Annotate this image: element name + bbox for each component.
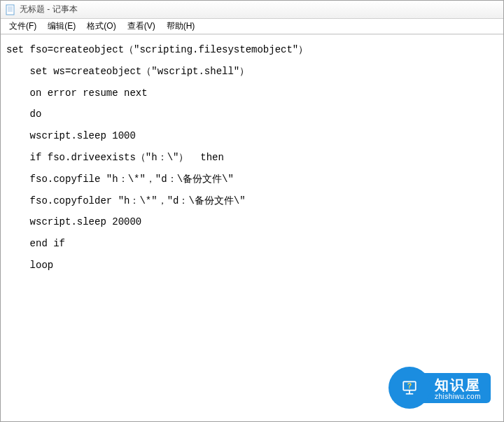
- watermark-label: 知识屋 zhishiwu.com: [422, 373, 491, 403]
- watermark-title: 知识屋: [435, 377, 481, 393]
- menu-edit[interactable]: 编辑(E): [42, 19, 81, 34]
- watermark-subtitle: zhishiwu.com: [435, 393, 481, 400]
- watermark-icon: ?: [388, 367, 430, 409]
- svg-text:?: ?: [407, 381, 412, 390]
- watermark: ? 知识屋 zhishiwu.com: [388, 367, 491, 409]
- menu-file[interactable]: 文件(F): [4, 19, 42, 34]
- menu-help[interactable]: 帮助(H): [161, 19, 201, 34]
- menu-view[interactable]: 查看(V): [122, 19, 161, 34]
- notepad-icon: [5, 4, 16, 15]
- menu-format[interactable]: 格式(O): [81, 19, 121, 34]
- text-editor[interactable]: set fso=createobject（"scripting.filesyst…: [1, 34, 503, 421]
- titlebar: 无标题 - 记事本: [1, 1, 503, 19]
- window-title: 无标题 - 记事本: [20, 3, 78, 15]
- menubar: 文件(F) 编辑(E) 格式(O) 查看(V) 帮助(H): [1, 19, 503, 34]
